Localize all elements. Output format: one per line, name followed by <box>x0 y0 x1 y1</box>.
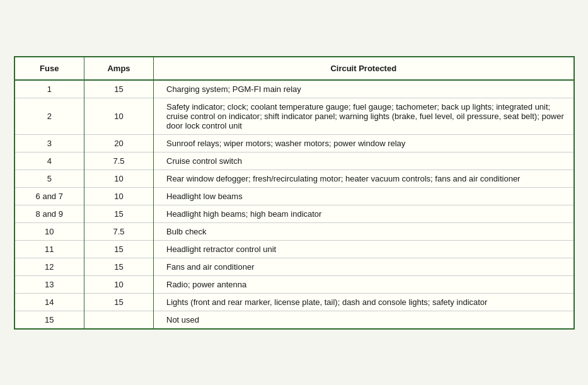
cell-fuse: 10 <box>15 222 84 240</box>
cell-circuit: Radio; power antenna <box>154 275 574 293</box>
table-row: 115Charging system; PGM-FI main relay <box>15 80 574 98</box>
cell-fuse: 2 <box>15 98 84 134</box>
cell-amps: 10 <box>84 98 154 134</box>
cell-amps: 10 <box>84 187 154 205</box>
cell-fuse: 4 <box>15 152 84 170</box>
cell-circuit: Bulb check <box>154 222 574 240</box>
header-amps: Amps <box>84 57 154 80</box>
cell-fuse: 11 <box>15 240 84 258</box>
cell-amps: 7.5 <box>84 222 154 240</box>
cell-amps: 15 <box>84 258 154 275</box>
cell-circuit: Charging system; PGM-FI main relay <box>154 80 574 98</box>
fuse-table: Fuse Amps Circuit Protected 115Charging … <box>15 57 574 328</box>
cell-fuse: 1 <box>15 80 84 98</box>
cell-fuse: 14 <box>15 293 84 311</box>
cell-fuse: 3 <box>15 134 84 152</box>
table-row: 1310Radio; power antenna <box>15 275 574 293</box>
cell-amps: 15 <box>84 205 154 222</box>
cell-amps: 7.5 <box>84 152 154 170</box>
cell-fuse: 13 <box>15 275 84 293</box>
header-fuse: Fuse <box>15 57 84 80</box>
cell-circuit: Headlight retractor control unit <box>154 240 574 258</box>
table-row: 107.5Bulb check <box>15 222 574 240</box>
cell-amps: 10 <box>84 275 154 293</box>
cell-amps: 15 <box>84 80 154 98</box>
cell-fuse: 12 <box>15 258 84 275</box>
cell-circuit: Not used <box>154 311 574 328</box>
table-row: 6 and 710Headlight low beams <box>15 187 574 205</box>
table-row: 1115Headlight retractor control unit <box>15 240 574 258</box>
cell-fuse: 15 <box>15 311 84 328</box>
table-row: 320Sunroof relays; wiper motors; washer … <box>15 134 574 152</box>
cell-circuit: Sunroof relays; wiper motors; washer mot… <box>154 134 574 152</box>
cell-amps: 15 <box>84 293 154 311</box>
table-row: 210Safety indicator; clock; coolant temp… <box>15 98 574 134</box>
cell-circuit: Lights (front and rear marker, license p… <box>154 293 574 311</box>
table-header-row: Fuse Amps Circuit Protected <box>15 57 574 80</box>
cell-circuit: Headlight low beams <box>154 187 574 205</box>
table-row: 510Rear window defogger; fresh/recircula… <box>15 170 574 187</box>
cell-amps <box>84 311 154 328</box>
cell-circuit: Cruise control switch <box>154 152 574 170</box>
cell-amps: 15 <box>84 240 154 258</box>
cell-amps: 10 <box>84 170 154 187</box>
cell-circuit: Headlight high beams; high beam indicato… <box>154 205 574 222</box>
table-row: 15Not used <box>15 311 574 328</box>
table-row: 1215Fans and air conditioner <box>15 258 574 275</box>
header-circuit: Circuit Protected <box>154 57 574 80</box>
cell-circuit: Fans and air conditioner <box>154 258 574 275</box>
cell-circuit: Rear window defogger; fresh/recirculatin… <box>154 170 574 187</box>
cell-fuse: 8 and 9 <box>15 205 84 222</box>
table-row: 1415Lights (front and rear marker, licen… <box>15 293 574 311</box>
table-row: 8 and 915Headlight high beams; high beam… <box>15 205 574 222</box>
cell-fuse: 5 <box>15 170 84 187</box>
cell-circuit: Safety indicator; clock; coolant tempera… <box>154 98 574 134</box>
table-row: 47.5Cruise control switch <box>15 152 574 170</box>
fuse-table-wrapper: Fuse Amps Circuit Protected 115Charging … <box>14 56 575 330</box>
cell-amps: 20 <box>84 134 154 152</box>
cell-fuse: 6 and 7 <box>15 187 84 205</box>
